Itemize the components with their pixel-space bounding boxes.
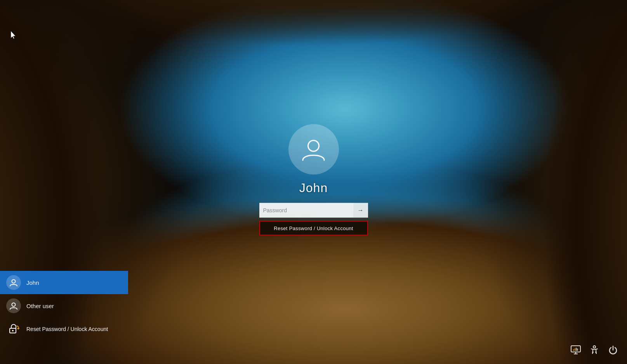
reset-item-label: Reset Password / Unlock Account [26,326,108,332]
svg-rect-8 [573,349,574,351]
user-item-john[interactable]: John [0,271,128,294]
user-avatar-john [6,275,21,290]
user-icon-other [9,301,18,310]
power-svg [608,345,618,355]
svg-rect-11 [577,348,578,351]
lock-reset-icon [7,322,21,336]
accessibility-svg [589,345,599,355]
avatar-icon [299,135,328,164]
avatar [288,124,339,175]
power-icon[interactable] [607,344,619,356]
svg-point-2 [12,303,16,307]
arrow-icon: → [358,207,364,214]
login-panel: John → Reset Password / Unlock Account [259,124,368,236]
sidebar-reset-item[interactable]: Reset Password / Unlock Account [0,317,128,341]
svg-point-4 [12,330,14,331]
password-input[interactable] [259,203,353,218]
user-item-other[interactable]: Other user [0,294,128,317]
user-icon-john [9,278,18,287]
user-name-other: Other user [26,303,54,309]
system-icons [570,344,619,356]
accessibility-icon[interactable] [588,344,601,356]
reset-password-button[interactable]: Reset Password / Unlock Account [259,221,368,236]
svg-rect-9 [575,348,575,351]
svg-point-12 [593,346,596,348]
user-name-john: John [26,279,39,286]
network-icon[interactable] [570,344,582,356]
username-label: John [299,181,328,195]
svg-point-1 [12,280,16,283]
svg-rect-10 [576,348,577,351]
rock-arch-top [0,0,627,78]
svg-point-0 [308,140,319,151]
reset-item-icon [6,322,21,336]
user-list: John Other user Reset Password / Unlock … [0,271,128,341]
user-avatar-other [6,298,21,313]
network-svg [570,345,581,355]
submit-button[interactable]: → [353,203,368,218]
password-row: → [259,203,368,218]
